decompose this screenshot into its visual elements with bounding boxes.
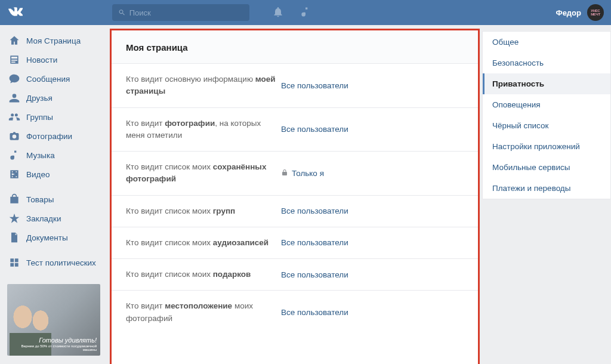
settings-tabs: ОбщееБезопасностьПриватностьОповещенияЧё… xyxy=(482,25,611,364)
nav-item-home[interactable]: Моя Страница xyxy=(0,31,107,50)
nav-label: Тест политических xyxy=(26,258,96,267)
privacy-row-label: Кто видит основную информацию моей стран… xyxy=(126,73,281,98)
nav-label: Новости xyxy=(26,55,57,64)
msg-icon xyxy=(8,73,20,85)
privacy-row-value[interactable]: Все пользователи xyxy=(281,81,348,90)
nav-label: Группы xyxy=(26,113,53,122)
nav-label: Сообщения xyxy=(26,75,70,84)
privacy-panel: Моя страница Кто видит основную информац… xyxy=(110,29,480,364)
privacy-row-value[interactable]: Только я xyxy=(281,169,324,178)
privacy-row-value[interactable]: Все пользователи xyxy=(281,206,348,215)
nav-item-bag[interactable]: Товары xyxy=(0,190,107,209)
nav-label: Видео xyxy=(26,170,50,179)
privacy-row-label: Кто видит местоположение моих фотографий xyxy=(126,300,281,325)
nav-item-msg[interactable]: Сообщения xyxy=(0,69,107,88)
nav-item-music[interactable]: Музыка xyxy=(0,146,107,165)
ad-subtext: Вернем до 50% от стоимости посудомоечной… xyxy=(7,344,97,352)
nav-item-user[interactable]: Друзья xyxy=(0,88,107,107)
nav-item-news[interactable]: Новости xyxy=(0,50,107,69)
privacy-row-value[interactable]: Все пользователи xyxy=(281,238,348,247)
privacy-row: Кто видит список моих аудиозаписейВсе по… xyxy=(112,227,478,259)
username: Федор xyxy=(556,8,581,17)
privacy-row: Кто видит фотографии, на которых меня от… xyxy=(112,108,478,152)
search-input[interactable] xyxy=(129,8,243,17)
nav-item-star[interactable]: Закладки xyxy=(0,209,107,228)
nav-item-grid[interactable]: Тест политических xyxy=(0,253,107,272)
settings-tab[interactable]: Общее xyxy=(483,32,610,53)
sidebar-ad[interactable]: Готовы удивлять! Вернем до 50% от стоимо… xyxy=(7,284,100,356)
bag-icon xyxy=(8,193,20,205)
news-icon xyxy=(8,54,20,66)
photo-icon xyxy=(8,130,20,142)
privacy-row: Кто видит список моих подарковВсе пользо… xyxy=(112,259,478,291)
ad-headline: Готовы удивлять! xyxy=(39,337,97,344)
header-user[interactable]: Федор УНЕСМЕЧТ xyxy=(556,4,604,21)
privacy-value-text: Все пользователи xyxy=(281,270,348,279)
privacy-row-value[interactable]: Все пользователи xyxy=(281,270,348,279)
grid-icon xyxy=(8,257,20,269)
privacy-row: Кто видит список моих сохранённых фотогр… xyxy=(112,152,478,196)
settings-tab[interactable]: Безопасность xyxy=(483,53,610,73)
music-icon[interactable] xyxy=(300,6,311,20)
lock-icon xyxy=(281,169,288,178)
privacy-value-text: Все пользователи xyxy=(281,81,348,90)
settings-tab[interactable]: Оповещения xyxy=(483,94,610,115)
user-icon xyxy=(8,92,20,104)
center-column: Моя страница Кто видит основную информац… xyxy=(107,25,482,364)
search-icon xyxy=(118,8,126,17)
privacy-row-value[interactable]: Все пользователи xyxy=(281,308,348,317)
avatar: УНЕСМЕЧТ xyxy=(587,4,604,21)
privacy-row: Кто видит основную информацию моей стран… xyxy=(112,64,478,108)
settings-tab[interactable]: Приватность xyxy=(483,73,610,94)
settings-tab[interactable]: Мобильные сервисы xyxy=(483,157,610,178)
privacy-row-label: Кто видит список моих групп xyxy=(126,205,281,217)
privacy-row-value[interactable]: Все пользователи xyxy=(281,125,348,134)
settings-tab[interactable]: Чёрный список xyxy=(483,115,610,136)
nav-label: Товары xyxy=(26,195,54,204)
group-icon xyxy=(8,111,20,123)
main-layout: Моя СтраницаНовостиСообщенияДрузьяГруппы… xyxy=(0,25,611,364)
privacy-value-text: Все пользователи xyxy=(281,238,348,247)
header-icons xyxy=(272,6,311,20)
left-sidebar: Моя СтраницаНовостиСообщенияДрузьяГруппы… xyxy=(0,25,107,364)
nav-label: Документы xyxy=(26,233,68,242)
home-icon xyxy=(8,35,20,47)
panel-title: Моя страница xyxy=(112,30,478,64)
nav-label: Музыка xyxy=(26,151,55,160)
privacy-row-label: Кто видит список моих сохранённых фотогр… xyxy=(126,161,281,186)
privacy-row: Кто видит местоположение моих фотографий… xyxy=(112,291,478,334)
privacy-row-label: Кто видит список моих аудиозаписей xyxy=(126,237,281,249)
search-field[interactable] xyxy=(112,4,249,21)
star-icon xyxy=(8,212,20,224)
nav-label: Фотографии xyxy=(26,132,72,141)
settings-tab[interactable]: Платежи и переводы xyxy=(483,178,610,199)
nav-item-group[interactable]: Группы xyxy=(0,107,107,127)
vk-logo[interactable] xyxy=(7,4,24,21)
privacy-row-label: Кто видит список моих подарков xyxy=(126,269,281,280)
nav-item-video[interactable]: Видео xyxy=(0,165,107,184)
nav-label: Закладки xyxy=(26,214,61,223)
music-icon xyxy=(8,149,20,161)
privacy-value-text: Все пользователи xyxy=(281,125,348,134)
privacy-value-text: Только я xyxy=(292,169,324,178)
notifications-icon[interactable] xyxy=(272,6,284,20)
privacy-row: Кто видит список моих группВсе пользоват… xyxy=(112,196,478,227)
top-header: Федор УНЕСМЕЧТ xyxy=(0,0,611,25)
settings-tab[interactable]: Настройки приложений xyxy=(483,136,610,157)
nav-item-doc[interactable]: Документы xyxy=(0,228,107,247)
nav-label: Друзья xyxy=(26,94,53,103)
nav-item-photo[interactable]: Фотографии xyxy=(0,127,107,146)
video-icon xyxy=(8,168,20,180)
doc-icon xyxy=(8,232,20,243)
privacy-row-label: Кто видит фотографии, на которых меня от… xyxy=(126,118,281,142)
privacy-value-text: Все пользователи xyxy=(281,206,348,215)
nav-label: Моя Страница xyxy=(26,36,81,45)
privacy-value-text: Все пользователи xyxy=(281,308,348,317)
